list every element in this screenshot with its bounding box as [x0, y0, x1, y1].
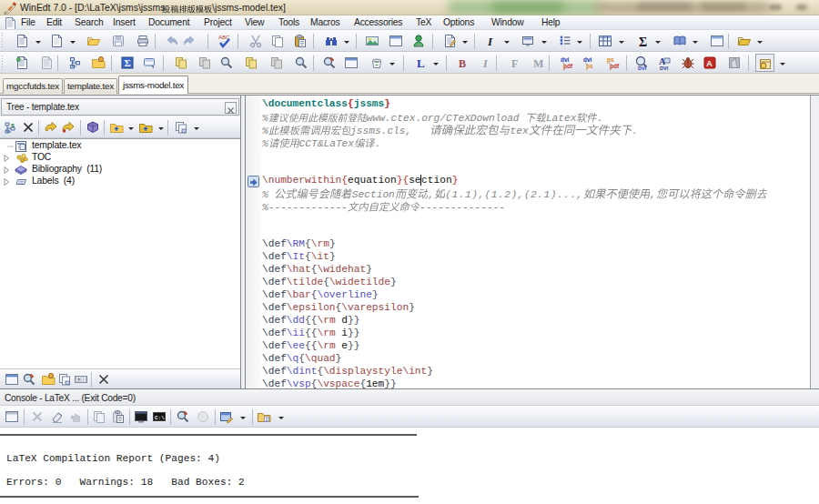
svg-text:B: B — [459, 57, 466, 70]
svg-text:I: I — [487, 35, 493, 48]
svg-text:DVI: DVI — [660, 66, 669, 71]
svg-text:pdf: pdf — [610, 63, 620, 70]
svg-text:DVI: DVI — [638, 66, 647, 71]
svg-text:C:\: C:\ — [155, 415, 165, 421]
svg-text:Σ: Σ — [125, 57, 131, 68]
svg-text:L: L — [417, 56, 425, 70]
svg-text:?: ? — [77, 378, 80, 383]
svg-text:pdf: pdf — [563, 63, 573, 70]
svg-text:s: s — [11, 122, 15, 128]
svg-text:I: I — [482, 57, 489, 70]
svg-text:3: 3 — [266, 417, 268, 422]
svg-text:A: A — [706, 59, 713, 68]
svg-text:dvi: dvi — [583, 56, 592, 63]
svg-text:dvi: dvi — [561, 56, 570, 63]
svg-text:Σ: Σ — [639, 35, 647, 49]
svg-text:F: F — [511, 57, 518, 70]
svg-text:M: M — [533, 57, 543, 70]
